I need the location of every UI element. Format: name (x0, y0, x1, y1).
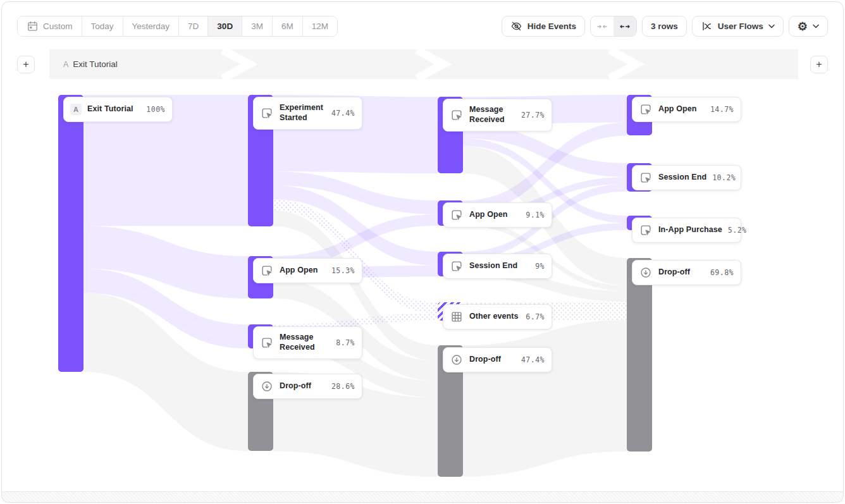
node-card-session-end-4[interactable]: Session End10.2% (632, 165, 741, 190)
step-label: Exit Tutorial (73, 59, 118, 69)
node-percent: 8.7% (336, 338, 355, 347)
date-range-label: 30D (217, 22, 233, 31)
node-percent: 100% (146, 105, 165, 114)
node-label: Exit Tutorial (87, 104, 140, 114)
arrows-expand-icon (619, 21, 631, 32)
event-cursor-icon (639, 171, 653, 185)
drop-off-icon (260, 379, 274, 393)
node-percent: 9.1% (526, 211, 545, 219)
flow-link-experiment-started-to-session-end-3[interactable] (273, 185, 438, 266)
node-percent: 9% (535, 262, 545, 271)
rows-button[interactable]: 3 rows (642, 16, 687, 37)
step-header-band: A Exit Tutorial (49, 49, 798, 79)
column-width-toggle (590, 16, 637, 37)
node-percent: 6.7% (526, 312, 545, 321)
chevron-down-icon (768, 24, 775, 28)
date-range-30d[interactable]: 30D (208, 16, 242, 36)
step-chevrons (49, 49, 798, 79)
flow-link-experiment-started-to-other-events-3[interactable] (273, 199, 438, 313)
node-card-exit-tutorial[interactable]: AExit Tutorial100% (63, 97, 173, 122)
node-card-drop-off-3[interactable]: Drop-off47.4% (443, 347, 552, 372)
node-bar-exit-tutorial[interactable] (58, 95, 83, 372)
date-range-yesterday[interactable]: Yesterday (123, 16, 180, 36)
flow-link-exit-tutorial-to-message-received-2[interactable] (83, 269, 248, 348)
chevron-down-icon (813, 24, 819, 28)
view-selector-label: User Flows (718, 22, 763, 31)
flow-link-app-open-3-to-app-open-4[interactable] (463, 123, 627, 214)
event-cursor-icon (639, 102, 653, 116)
date-range-7d[interactable]: 7D (179, 16, 208, 36)
drop-off-icon (639, 266, 653, 280)
toolbar: CustomTodayYesterday7D30D3M6M12M Hide Ev… (17, 16, 828, 37)
hide-events-label: Hide Events (527, 22, 576, 31)
node-card-app-open-4[interactable]: App Open14.7% (632, 97, 741, 122)
settings-button[interactable]: ⚙ (789, 16, 828, 37)
node-percent: 47.4% (331, 109, 355, 118)
collapse-columns-button[interactable] (591, 16, 614, 36)
node-label: App Open (658, 104, 705, 114)
node-label: Session End (469, 261, 529, 271)
date-range-custom[interactable]: Custom (18, 16, 82, 36)
node-card-app-open-2[interactable]: App Open15.3% (253, 258, 362, 283)
flow-link-message-received-3-to-session-end-4[interactable] (463, 125, 627, 177)
node-label: In-App Purchase (658, 225, 722, 235)
add-step-after-button[interactable]: + (810, 56, 828, 73)
node-percent: 15.3% (331, 266, 355, 275)
date-range-12m[interactable]: 12M (303, 16, 337, 36)
date-range-3m[interactable]: 3M (242, 16, 273, 36)
event-cursor-icon (450, 108, 464, 122)
date-range-label: 12M (312, 22, 328, 31)
node-label: Drop-off (469, 355, 515, 365)
node-card-app-open-3[interactable]: App Open9.1% (443, 202, 552, 228)
node-card-message-received-3[interactable]: Message Received27.7% (443, 99, 552, 132)
toolbar-right: Hide Events (502, 16, 828, 37)
node-percent: 14.7% (710, 105, 734, 114)
flow-link-exit-tutorial-to-app-open-2[interactable] (83, 226, 248, 298)
node-card-drop-off-2[interactable]: Drop-off28.6% (253, 374, 362, 399)
date-range-label: 3M (251, 22, 263, 31)
user-flows-app: CustomTodayYesterday7D30D3M6M12M Hide Ev… (0, 0, 845, 504)
flow-link-exit-tutorial-to-drop-off-2[interactable] (83, 293, 248, 452)
calendar-icon (27, 20, 39, 32)
step-badge: A (63, 60, 68, 69)
node-card-session-end-3[interactable]: Session End9% (443, 254, 552, 279)
date-range-today[interactable]: Today (82, 16, 123, 36)
node-card-drop-off-4[interactable]: Drop-off69.8% (632, 260, 741, 285)
node-bar-drop-off-4[interactable] (627, 258, 652, 452)
node-label: Other events (469, 312, 520, 322)
node-card-other-events-3[interactable]: Other events6.7% (443, 304, 552, 329)
date-range-label: Yesterday (132, 22, 170, 31)
node-percent: 27.7% (521, 111, 545, 120)
view-selector-button[interactable]: User Flows (692, 16, 784, 37)
date-range-label: Custom (43, 22, 73, 31)
event-cursor-icon (260, 106, 274, 120)
node-percent: 47.4% (521, 355, 545, 364)
flow-link-experiment-started-to-app-open-3[interactable] (273, 171, 438, 214)
node-label: Drop-off (658, 267, 705, 278)
step-letter-badge: A (70, 104, 82, 115)
event-cursor-icon (639, 223, 653, 237)
node-card-in-app-purchase-4[interactable]: In-App Purchase5.2% (632, 218, 741, 243)
expand-columns-button[interactable] (614, 16, 636, 36)
step-a-header[interactable]: A Exit Tutorial (63, 49, 118, 79)
node-label: Session End (658, 173, 706, 183)
eye-off-icon (510, 20, 522, 32)
node-percent: 69.8% (710, 268, 734, 277)
node-percent: 5.2% (728, 226, 747, 235)
date-range-label: Today (91, 22, 114, 31)
hide-events-button[interactable]: Hide Events (502, 16, 585, 37)
add-step-before-button[interactable]: + (17, 56, 35, 73)
node-label: Message Received (280, 333, 330, 352)
flow-link-drop-off-3-to-drop-off-4[interactable] (463, 320, 627, 477)
drop-off-icon (450, 353, 464, 367)
date-range-6m[interactable]: 6M (273, 16, 303, 36)
node-percent: 28.6% (331, 382, 355, 391)
node-label: Message Received (469, 105, 515, 125)
date-range-label: 7D (188, 22, 199, 31)
date-range-control: CustomTodayYesterday7D30D3M6M12M (17, 16, 338, 37)
node-card-experiment-started[interactable]: Experiment Started47.4% (253, 97, 362, 130)
node-percent: 10.2% (712, 173, 736, 182)
horizontal-scroll-track[interactable] (2, 492, 843, 502)
gear-icon: ⚙ (798, 20, 808, 34)
node-card-message-received-2[interactable]: Message Received8.7% (253, 326, 362, 359)
